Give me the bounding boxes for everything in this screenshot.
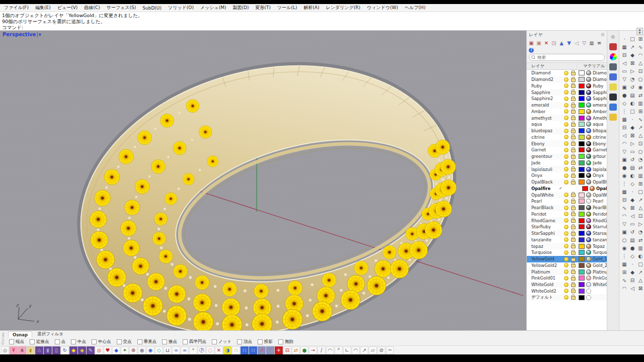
rhino-tool-icon[interactable]: ⋮ — [620, 252, 628, 260]
layer-row[interactable]: emeraldemerald — [527, 102, 607, 109]
filter-icon[interactable]: ▽ — [581, 40, 587, 46]
layer-lock-icon[interactable] — [571, 149, 576, 152]
rhino-tool-icon[interactable]: ∿ — [636, 115, 644, 123]
rhino-tool-icon[interactable]: △ — [636, 131, 644, 139]
layer-row[interactable]: citrinecitrine — [527, 134, 607, 141]
layer-row[interactable]: PearlPearl — [527, 198, 607, 205]
layer-name[interactable]: Garnet — [527, 147, 559, 152]
rhino-tool-icon[interactable]: ⊞ — [620, 268, 628, 276]
material-ball-icon[interactable] — [586, 224, 591, 229]
layer-color-swatch[interactable] — [579, 231, 585, 236]
layer-name[interactable]: emerald — [527, 103, 559, 108]
rhino-tool-icon[interactable]: · — [620, 35, 628, 43]
rhino-tool-icon[interactable]: ▭ — [620, 67, 628, 75]
menu-item[interactable]: 曲線(C) — [84, 5, 100, 11]
rhino-tool-icon[interactable]: ▭ — [628, 220, 636, 228]
menu-item[interactable]: 製図(D) — [233, 5, 249, 11]
band-icon[interactable]: ◖ — [27, 346, 35, 354]
layer-lock-icon[interactable] — [571, 168, 576, 171]
layer-name[interactable]: Sapphire — [527, 90, 559, 95]
layer-color-swatch[interactable] — [579, 224, 585, 229]
layer-color-swatch[interactable] — [579, 256, 585, 261]
menu-item[interactable]: ヘルプ(H) — [405, 5, 425, 11]
layer-color-swatch[interactable] — [579, 193, 585, 198]
rhino-tool-icon[interactable]: ○ — [620, 236, 628, 244]
curve-tool-icon[interactable]: ◠ — [326, 346, 334, 354]
pearl-icon[interactable]: ● — [138, 346, 146, 354]
rhino-tool-icon[interactable]: ◉ — [636, 83, 644, 91]
rhino-tool-icon[interactable]: △ — [636, 276, 644, 284]
checkbox[interactable] — [278, 339, 283, 344]
array1-icon[interactable]: ∷ — [240, 346, 249, 354]
status-tab[interactable]: Osnap — [8, 331, 32, 337]
layer-row[interactable]: Opalfire✓Opalfire — [527, 186, 607, 192]
rhino-tool-icon[interactable]: ▤ — [628, 163, 636, 171]
rhino-tool-icon[interactable]: □ — [628, 35, 636, 43]
material-ball-icon[interactable] — [586, 295, 591, 300]
status-tab[interactable]: 選択フィルタ — [33, 331, 67, 337]
layer-color-swatch[interactable] — [579, 205, 585, 210]
material-ball-icon[interactable] — [586, 167, 591, 172]
help-icon[interactable]: ? — [529, 48, 534, 53]
layer-visibility-bulb-icon[interactable] — [564, 283, 569, 287]
layer-lock-icon[interactable] — [571, 290, 576, 293]
material-ball-icon[interactable] — [590, 186, 595, 191]
checkbox[interactable] — [137, 339, 142, 344]
rhino-tool-icon[interactable]: ▦ — [620, 260, 628, 268]
layer-name[interactable]: OpalBlack — [527, 179, 559, 185]
layer-row[interactable]: StarRubyStarruby — [527, 224, 607, 230]
layer-row[interactable]: OnyxOnyx — [527, 172, 607, 179]
panel-tab-color-wheel-icon[interactable] — [610, 53, 617, 60]
rhino-tool-icon[interactable]: ◐ — [628, 171, 636, 179]
layer-row[interactable]: TurquoiseTurquoise — [527, 249, 607, 256]
rhino-tool-icon[interactable]: ▥ — [636, 171, 644, 179]
layer-lock-icon[interactable] — [571, 104, 576, 108]
layer-visibility-bulb-icon[interactable] — [564, 295, 569, 300]
material-ball-icon[interactable] — [586, 141, 591, 146]
column-icon[interactable]: ▯ — [52, 346, 60, 354]
rhino-tool-icon[interactable]: ⊞ — [636, 35, 644, 43]
rhino-tool-icon[interactable]: ⊞ — [636, 107, 644, 115]
layer-row[interactable]: bluetopazbltopaz — [527, 128, 607, 134]
layer-name[interactable]: lapislazuli — [527, 167, 559, 172]
dots-icon[interactable]: ∴ — [35, 346, 43, 354]
panel-tab-material-icon[interactable] — [609, 43, 617, 50]
layer-row[interactable]: GarnetGarnet — [527, 147, 607, 153]
panel-grid-icon[interactable]: ⊟ — [283, 346, 291, 354]
layer-lock-icon[interactable] — [571, 98, 576, 101]
material-ball-icon[interactable] — [586, 231, 591, 236]
layer-name[interactable]: topaz — [527, 244, 559, 249]
layer-name[interactable]: bluetopaz — [527, 128, 559, 133]
layer-row[interactable]: DiamondDiamond_1 — [527, 70, 607, 76]
material-ball-icon[interactable] — [586, 116, 591, 121]
checkbox[interactable] — [9, 339, 14, 344]
layer-color-swatch[interactable] — [579, 83, 585, 88]
array2-icon[interactable]: ∷ — [249, 346, 257, 354]
pie-icon[interactable]: ◑ — [223, 346, 231, 354]
layer-name[interactable]: Diamond2 — [527, 77, 559, 82]
layer-color-swatch[interactable] — [579, 141, 585, 146]
rhino-tool-icon[interactable]: ↗ — [636, 196, 644, 204]
cross-grid-icon[interactable]: + — [275, 346, 283, 354]
rhino-tool-icon[interactable]: ◠ — [620, 212, 628, 220]
material-ball-icon[interactable] — [586, 135, 591, 140]
layer-color-swatch[interactable] — [579, 295, 585, 300]
layer-visibility-bulb-icon[interactable] — [564, 90, 569, 95]
layer-color-swatch[interactable] — [579, 263, 585, 268]
material-ball-icon[interactable] — [586, 173, 591, 178]
layer-visibility-bulb-icon[interactable] — [564, 225, 569, 229]
rhino-tool-icon[interactable]: ▷ — [628, 67, 636, 75]
layer-color-swatch[interactable] — [579, 160, 585, 165]
layer-visibility-bulb-icon[interactable] — [564, 154, 569, 159]
layer-color-swatch[interactable] — [579, 96, 585, 101]
layer-lock-icon[interactable] — [571, 226, 576, 229]
osnap-toggle[interactable]: 中点 — [71, 339, 86, 345]
layer-color-swatch[interactable] — [579, 135, 585, 140]
duplicate-layer-icon[interactable]: ◳ — [551, 40, 557, 46]
freeform-tool-icon[interactable]: ~ — [386, 346, 394, 354]
swirl-icon[interactable]: ↺ — [258, 346, 266, 354]
layer-row[interactable]: greentourgrtour — [527, 153, 607, 160]
layer-row[interactable]: PinkGold01PinkGold — [527, 275, 607, 282]
gem-pair2-icon[interactable]: ∞ — [181, 346, 189, 354]
layer-row[interactable]: RhodGarneRhodGarne — [527, 217, 607, 224]
